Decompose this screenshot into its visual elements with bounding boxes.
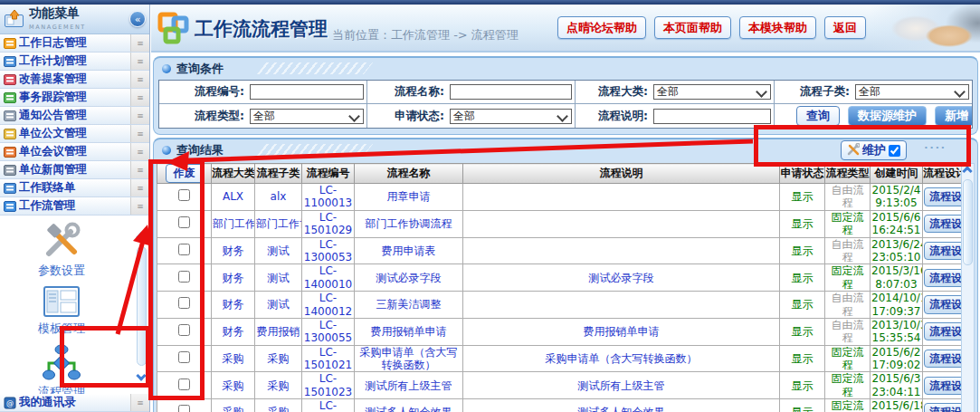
sidebar-menu: 工作日志管理 ≡ 工作计划管理 ≡ 改善提案管理 ≡ 事务跟踪管理 ≡ 通知公告…	[0, 34, 149, 216]
cell-design: 流程设计	[923, 237, 964, 264]
submenu-item-template-management[interactable]: 模板管理	[11, 286, 112, 337]
void-checkbox[interactable]	[178, 189, 190, 201]
scroll-up-icon[interactable]	[962, 166, 972, 176]
cell-description: 测试必录字段	[463, 264, 780, 292]
forum-help-button[interactable]: 点晴论坛帮助	[557, 16, 646, 39]
cell-category: 财务	[212, 318, 255, 345]
void-column-button[interactable]: 作废	[166, 164, 204, 183]
maintain-button[interactable]: 维护	[841, 140, 907, 160]
submenu-item-flow-management[interactable]: 流程管理	[11, 344, 112, 394]
sidebar-collapse-button[interactable]: «	[129, 11, 146, 27]
flow-design-button[interactable]: 流程设计	[924, 350, 964, 368]
void-checkbox[interactable]	[178, 271, 190, 283]
back-button[interactable]: 返回	[824, 16, 866, 39]
drag-handle-icon: ≡	[130, 89, 149, 106]
sidebar-item-10[interactable]: 工作流管理 ≡	[0, 197, 149, 216]
status-select[interactable]: 全部	[450, 109, 572, 124]
flow-design-button[interactable]: 流程设计	[924, 322, 964, 340]
panel-corner-dots: ····	[924, 121, 947, 133]
void-checkbox[interactable]	[178, 351, 190, 363]
page-help-button[interactable]: 本页面帮助	[654, 16, 731, 39]
cell-subcategory: alx	[255, 184, 302, 211]
cell-flow-type: 固定流程	[825, 210, 871, 237]
drag-handle-icon: ≡	[130, 53, 149, 70]
flow-design-button[interactable]: 流程设计	[924, 215, 964, 233]
cell-code: LC- 1300053	[302, 237, 355, 264]
column-header-10: 流程设计	[923, 164, 964, 184]
process-name-input[interactable]	[450, 84, 572, 100]
cell-name: 部门工作协调流程	[355, 210, 463, 237]
void-checkbox-cell	[157, 292, 212, 319]
flow-design-button[interactable]: 流程设计	[924, 242, 964, 260]
scroll-up-icon[interactable]	[136, 232, 146, 242]
datasource-maintenance-button[interactable]: 数据源维护	[848, 106, 927, 126]
cell-status: 显示	[780, 210, 825, 237]
subcategory-select[interactable]: 全部	[855, 84, 969, 100]
type-select[interactable]: 全部	[250, 109, 364, 124]
table-row: 财务 测试 LC- 1300053 费用申请表 显示 自由流程 2013/6/2…	[157, 237, 964, 264]
workflow-app-icon	[157, 12, 190, 48]
sidebar-item-6[interactable]: 单位公文管理 ≡	[0, 125, 149, 143]
news-icon	[4, 164, 16, 177]
flow-design-button[interactable]: 流程设计	[924, 403, 964, 412]
void-checkbox[interactable]	[178, 244, 190, 255]
submenu-label: 流程管理	[11, 384, 112, 394]
cell-subcategory: 采购	[255, 345, 302, 372]
scrollbar-thumb[interactable]	[963, 179, 973, 265]
sidebar-item-1[interactable]: 工作日志管理 ≡	[0, 34, 149, 53]
sidebar-item-5[interactable]: 通知公告管理 ≡	[0, 107, 149, 125]
sidebar-item-label: 我的通讯录	[19, 395, 130, 410]
table-scrollbar[interactable]	[961, 163, 975, 412]
cell-status: 显示	[780, 264, 825, 292]
cell-category: 财务	[212, 237, 255, 264]
drag-handle-icon: ≡	[130, 107, 149, 124]
void-checkbox[interactable]	[178, 216, 190, 228]
submenu-scrollbar[interactable]	[135, 234, 148, 379]
process-no-cell	[247, 81, 367, 104]
sidebar-item-3[interactable]: 改善提案管理 ≡	[0, 71, 149, 89]
sidebar-item-4[interactable]: 事务跟踪管理 ≡	[0, 89, 149, 107]
scroll-down-icon[interactable]	[136, 370, 146, 380]
workflow-submenu-panel: 参数设置 模板管理 流程管理	[0, 216, 149, 394]
void-checkbox-cell	[157, 399, 212, 412]
work-plan-icon	[4, 55, 16, 68]
main-content: 工作流流程管理 当前位置：工作流管理 -> 流程管理 点晴论坛帮助本页面帮助本模…	[151, 5, 980, 412]
void-checkbox[interactable]	[178, 297, 190, 309]
cell-category: 财务	[212, 292, 255, 319]
cell-design: 流程设计	[923, 318, 964, 345]
search-button[interactable]: 查询	[796, 106, 840, 126]
scrollbar-thumb[interactable]	[137, 246, 147, 366]
sidebar-item-9[interactable]: 工作联络单 ≡	[0, 179, 149, 197]
cell-design: 流程设计	[923, 372, 964, 399]
submenu-item-parameter-settings[interactable]: 参数设置	[11, 221, 112, 279]
void-checkbox[interactable]	[178, 324, 190, 336]
drag-handle-icon: ≡	[130, 71, 149, 88]
sidebar-item-label: 工作计划管理	[19, 53, 130, 69]
sidebar-item-7[interactable]: 单位会议管理 ≡	[0, 143, 149, 161]
sidebar-item-label: 单位会议管理	[19, 144, 130, 159]
flow-design-button[interactable]: 流程设计	[924, 269, 964, 287]
maintain-checkbox[interactable]	[889, 145, 900, 157]
column-header-3: 流程子类	[255, 164, 302, 184]
sidebar-item-2[interactable]: 工作计划管理 ≡	[0, 53, 149, 71]
cell-code: LC- 1501021	[302, 345, 355, 372]
sidebar-item-contacts[interactable]: @ 我的通讯录 ≡	[0, 394, 149, 412]
flow-design-button[interactable]: 流程设计	[924, 295, 964, 313]
cell-category: 财务	[212, 264, 255, 292]
desc-input[interactable]	[653, 109, 771, 124]
cell-flow-type: 固定流程	[825, 345, 871, 372]
void-checkbox[interactable]	[178, 378, 190, 390]
void-checkbox[interactable]	[178, 405, 190, 412]
cell-status: 显示	[780, 237, 825, 264]
type-label: 流程类型:	[159, 104, 247, 128]
notice-icon	[4, 110, 16, 122]
flow-design-button[interactable]: 流程设计	[924, 377, 964, 395]
cell-name: 费用申请表	[355, 237, 463, 264]
module-help-button[interactable]: 本模块帮助	[739, 16, 816, 39]
flow-design-button[interactable]: 流程设计	[924, 187, 964, 206]
sidebar-item-8[interactable]: 单位新闻管理 ≡	[0, 161, 149, 179]
category-select[interactable]: 全部	[653, 84, 771, 100]
sidebar-item-label: 通知公告管理	[19, 108, 130, 123]
process-no-input[interactable]	[250, 84, 364, 100]
cell-design: 流程设计	[923, 345, 964, 372]
